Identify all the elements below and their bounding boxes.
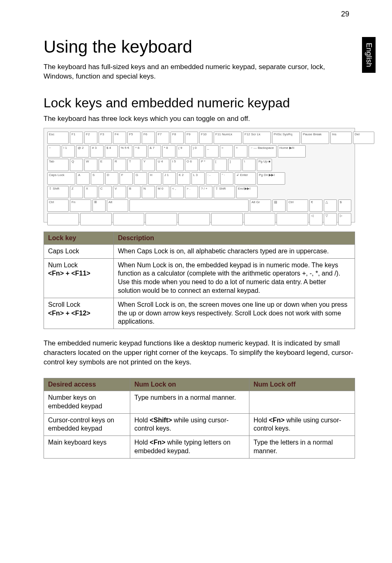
keyboard-key: ! 1 [62,145,75,158]
keyboard-key: Caps Lock [47,172,75,185]
keyboard-key: G [134,172,147,185]
numlock-on-cell: Hold <Fn> while typing letters on embedd… [130,436,249,459]
keyboard-key: N [142,186,155,198]
keyboard-key: ⇧ Shift [214,186,235,198]
lock-key-cell: Num Lock<Fn> + <F11> [44,258,114,298]
keyboard-key: F12 Scr Lk [243,132,271,144]
desired-access-table: Desired access Num Lock on Num Lock off … [44,378,355,459]
keyboard-key: = [220,145,233,158]
table-header: Description [114,232,355,244]
keyboard-key: Ctrl [287,199,308,212]
keyboard-key: F2 [84,132,97,144]
keyboard-key: $ 4 [105,145,118,158]
keyboard-key [145,213,177,225]
keyboard-key: J 1 [163,172,176,185]
keyboard-key: P * [199,159,212,171]
keyboard-key: F1 [70,132,83,144]
keyboard-key: Q [70,159,83,171]
keyboard-key: _ [205,145,219,158]
keyboard-key: K 2 [177,172,190,185]
keyboard-key: ⊞ [92,199,106,212]
keyboard-key: A [76,172,90,185]
keyboard-key: End ▶▶I [236,186,258,198]
keyboard-key: Alt Gr [250,199,271,212]
page-number: 29 [341,10,349,19]
section-heading: Lock keys and embedded numeric keypad [44,95,355,111]
keyboard-key: > . [185,186,198,198]
keyboard-key [277,213,308,225]
keyboard-key [80,213,112,225]
keyboard-key: # 3 [90,145,104,158]
keyboard-key: F8 [171,132,184,144]
keyboard-key: M 0 [156,186,169,198]
keyboard-key: ~ [47,145,60,158]
table-row: Main keyboard keysHold <Fn> while typing… [44,436,355,459]
table-header: Desired access [44,378,130,391]
keyboard-key: Ctrl [47,199,69,212]
keyboard-key: Esc [47,132,69,144]
keyboard-key: [ [214,159,227,171]
keyboard-key: Pause Break [301,132,329,144]
keyboard-key: L 3 [191,172,205,185]
keyboard-key: W [84,159,97,171]
numlock-on-cell: Type numbers in a normal manner. [130,391,249,414]
numlock-on-cell: Hold <Shift> while using cursor-control … [130,413,249,436]
keyboard-key: ▽ [324,213,337,225]
keyboard-key: I 5 [171,159,184,171]
keyboard-key: S [91,172,104,185]
keyboard-key: O 6 [185,159,198,171]
body-paragraph: The embedded numeric keypad functions li… [44,339,355,367]
keyboard-key: Pg Dn ▶▶I [257,172,285,185]
table-row: Cursor-control keys on embedded keypadHo… [44,413,355,436]
table-header: Num Lock off [249,378,355,391]
table-row: Caps LockWhen Caps Lock is on, all alpha… [44,244,355,258]
description-cell: When Scroll Lock is on, the screen moves… [114,298,355,329]
keyboard-key: % 5 € [119,145,132,158]
table-row: Num Lock<Fn> + <F11>When Num Lock is on,… [44,258,355,298]
keyboard-key: : - [206,172,219,185]
numlock-off-cell: Type the letters in a normal manner. [249,436,355,459]
access-cell: Main keyboard keys [44,436,130,459]
numlock-off-cell: Hold <Fn> while using cursor-control key… [249,413,355,436]
description-cell: When Caps Lock is on, all alphabetic cha… [114,244,355,258]
access-cell: Cursor-control keys on embedded keypad [44,413,130,436]
keyboard-key: $ [338,199,351,212]
keyboard-key: F10 [199,132,212,144]
keyboard-key [244,213,276,225]
keyboard-key: F7 [156,132,169,144]
numlock-off-cell [249,391,355,414]
keyboard-key: < , [171,186,184,198]
table-row: Scroll Lock<Fn> + <F12>When Scroll Lock … [44,298,355,329]
keyboard-key: ▤ [272,199,286,212]
keyboard-key: Pg Up ■ [257,159,272,171]
keyboard-key: F5 [127,132,141,144]
keyboard-key: ) 0 [191,145,204,158]
keyboard-key: * 8 [162,145,175,158]
keyboard-key: & 7 [148,145,161,158]
keyboard-key: ^ 6 [134,145,147,158]
keyboard-key: U 4 [156,159,169,171]
keyboard-key: ↲ Enter [235,172,256,185]
keyboard-key: C [99,186,112,198]
keyboard-key: " · [220,172,233,185]
keyboard-key: ( 9 [177,145,190,158]
lock-key-cell: Scroll Lock<Fn> + <F12> [44,298,114,329]
description-cell: When Num Lock is on, the embedded keypad… [114,258,355,298]
language-tab: English [362,37,376,73]
keyboard-key: \ [242,159,256,171]
table-header: Lock key [44,232,114,244]
keyboard-key: PrtSc SysRq [272,132,300,144]
keyboard-key: D [105,172,118,185]
keyboard-key: F11 NumLk [214,132,242,144]
keyboard-key: ◁ [309,213,323,225]
keyboard-key: Home ▶/II [278,145,306,158]
lock-key-cell: Caps Lock [44,244,114,258]
keyboard-key: ⇧ Shift [47,186,69,198]
keyboard-key: @ 2 [76,145,89,158]
keyboard-key [47,213,79,225]
keyboard-key: H [148,172,161,185]
keyboard-key: Y [142,159,155,171]
access-cell: Number keys on embedded keypad [44,391,130,414]
keyboard-key: ←— Backspace [249,145,277,158]
keyboard-key [178,213,210,225]
